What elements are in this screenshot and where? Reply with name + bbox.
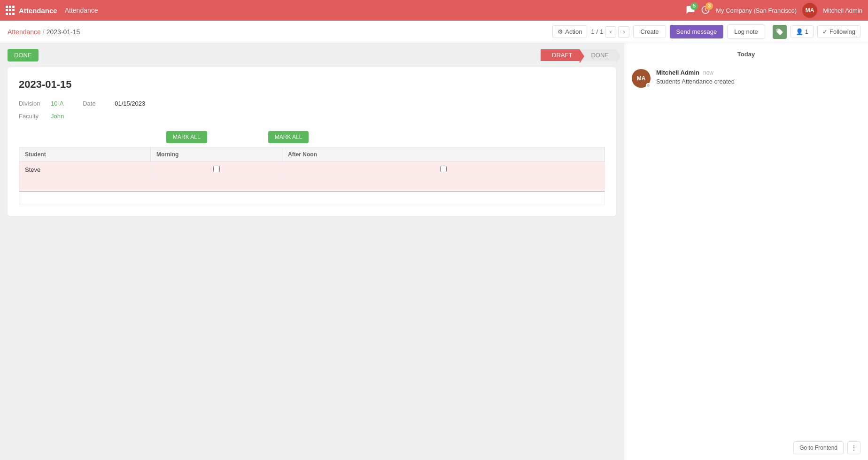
breadcrumb-bar: Attendance / 2023-01-15 ⚙ Action 1 / 1 ‹… — [0, 21, 868, 43]
main-area: DONE DRAFT DONE 2023-01-15 Division 10-A… — [0, 43, 868, 460]
afternoon-checkbox[interactable] — [440, 166, 447, 172]
col-student: Student — [19, 147, 151, 162]
afternoon-checkbox-cell[interactable] — [282, 162, 605, 178]
chatter-msg-header: Mitchell Admin now — [656, 69, 860, 76]
faculty-label: Faculty — [19, 113, 47, 120]
avatar[interactable]: MA — [802, 3, 817, 18]
mark-all-morning-button[interactable]: MARK ALL — [166, 131, 207, 143]
col-afternoon: After Noon — [282, 147, 605, 162]
attendance-section: MARK ALL MARK ALL Student Morning After … — [19, 131, 605, 205]
chatter-avatar: MA — [632, 69, 651, 88]
done-action-button[interactable]: DONE — [8, 49, 39, 61]
followers-button[interactable]: 👤 1 — [790, 25, 814, 38]
chatter-today-label: Today — [632, 51, 860, 61]
morning-checkbox[interactable] — [213, 166, 220, 172]
send-message-button[interactable]: Send message — [670, 25, 724, 38]
person-icon: 👤 — [796, 28, 803, 35]
form-fields: Division 10-A Faculty John Date 01/15/20… — [19, 100, 605, 120]
chat-badge: 5 — [690, 2, 698, 10]
status-step-done[interactable]: DONE — [580, 49, 616, 61]
status-step-draft[interactable]: DRAFT — [541, 49, 580, 61]
division-field: Division 10-A — [19, 100, 64, 107]
tag-button[interactable] — [773, 25, 787, 39]
left-fields: Division 10-A Faculty John — [19, 100, 64, 120]
navbar: Attendance Attendance 5 3 My Company (Sa… — [0, 0, 868, 21]
status-bar: DONE DRAFT DONE — [8, 49, 616, 61]
check-icon: ✓ — [822, 28, 828, 35]
empty-row-1 — [19, 178, 605, 191]
chat-notifications[interactable]: 5 — [686, 5, 695, 16]
student-name: Steve — [19, 162, 151, 178]
empty-row-2 — [19, 192, 605, 205]
date-label: Date — [83, 100, 111, 107]
col-morning: Morning — [151, 147, 282, 162]
log-note-button[interactable]: Log note — [727, 24, 765, 39]
breadcrumb-current: 2023-01-15 — [46, 28, 80, 36]
chatter-author: Mitchell Admin — [656, 69, 699, 76]
status-pipeline: DRAFT DONE — [541, 49, 616, 61]
faculty-field: Faculty John — [19, 113, 64, 120]
more-options-button[interactable]: ⋮ — [847, 441, 860, 454]
create-button[interactable]: Create — [633, 25, 666, 38]
date-field: Date 01/15/2023 — [83, 100, 145, 107]
go-frontend-button[interactable]: Go to Frontend — [793, 441, 844, 454]
chatter-text: Students Attendance created — [656, 78, 860, 85]
chatter-msg-content: Mitchell Admin now Students Attendance c… — [656, 69, 860, 88]
table-row: Steve — [19, 162, 605, 178]
apps-icon[interactable] — [6, 6, 15, 15]
record-navigation: 1 / 1 ‹ › — [591, 26, 629, 38]
following-button[interactable]: ✓ Following — [817, 25, 860, 38]
company-name[interactable]: My Company (San Francisco) — [716, 7, 797, 14]
division-label: Division — [19, 100, 47, 107]
module-name[interactable]: Attendance — [65, 7, 98, 14]
chatter-time: now — [703, 69, 713, 76]
breadcrumb-parent[interactable]: Attendance — [8, 28, 41, 36]
action-button[interactable]: ⚙ Action — [552, 25, 587, 38]
division-value[interactable]: 10-A — [51, 100, 63, 107]
app-name[interactable]: Attendance — [19, 7, 57, 15]
attendance-table: Student Morning After Noon Steve — [19, 147, 605, 205]
form-area: DONE DRAFT DONE 2023-01-15 Division 10-A… — [0, 43, 624, 460]
next-record-button[interactable]: › — [618, 26, 629, 38]
mark-all-afternoon-button[interactable]: MARK ALL — [268, 131, 309, 143]
breadcrumb-separator: / — [43, 28, 45, 36]
mark-all-row: MARK ALL MARK ALL — [19, 131, 605, 143]
faculty-value[interactable]: John — [51, 113, 64, 120]
clock-notifications[interactable]: 3 — [701, 5, 710, 16]
online-indicator — [646, 83, 651, 88]
morning-checkbox-cell[interactable] — [151, 162, 282, 178]
form-card: 2023-01-15 Division 10-A Faculty John Da… — [8, 67, 616, 216]
date-value: 01/15/2023 — [115, 100, 145, 107]
tasks-badge: 3 — [705, 2, 713, 10]
chatter-footer: Go to Frontend ⋮ — [632, 441, 860, 454]
user-name[interactable]: Mitchell Admin — [823, 7, 862, 14]
right-fields: Date 01/15/2023 — [83, 100, 145, 120]
chatter-area: Today MA Mitchell Admin now Students Att… — [624, 43, 868, 460]
gear-icon: ⚙ — [558, 28, 563, 35]
form-title: 2023-01-15 — [19, 78, 605, 91]
chatter-message: MA Mitchell Admin now Students Attendanc… — [632, 69, 860, 88]
prev-record-button[interactable]: ‹ — [605, 26, 616, 38]
